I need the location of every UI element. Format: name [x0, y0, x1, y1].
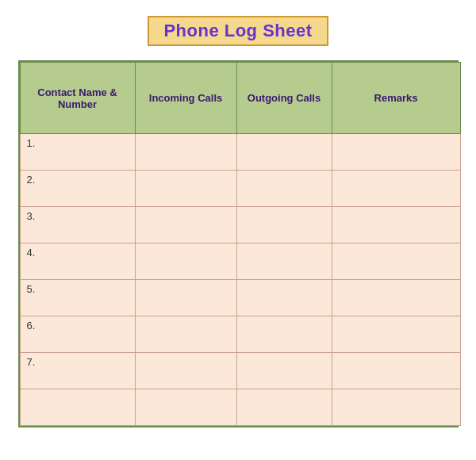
row-cell[interactable]	[135, 353, 236, 389]
row-cell[interactable]	[332, 280, 460, 316]
row-cell[interactable]	[236, 243, 332, 280]
row-cell[interactable]	[236, 134, 332, 171]
row-label	[20, 389, 135, 426]
page-title: Phone Log Sheet	[148, 16, 328, 46]
table-row: 6.	[20, 316, 460, 353]
row-cell[interactable]	[332, 134, 460, 171]
row-cell[interactable]	[135, 316, 236, 353]
table-row: 1.	[20, 134, 460, 171]
row-label: 6.	[20, 316, 135, 353]
row-cell[interactable]	[135, 389, 236, 426]
row-cell[interactable]	[332, 353, 460, 389]
row-label: 7.	[20, 353, 135, 389]
row-cell[interactable]	[135, 207, 236, 243]
row-cell[interactable]	[236, 171, 332, 207]
table-row	[20, 389, 460, 426]
phone-log-table: Contact Name &Number Incoming Calls Outg…	[20, 62, 461, 426]
row-cell[interactable]	[332, 316, 460, 353]
log-table-wrapper: Contact Name &Number Incoming Calls Outg…	[18, 60, 459, 427]
row-cell[interactable]	[332, 389, 460, 426]
table-row: 2.	[20, 171, 460, 207]
col-header-remarks: Remarks	[332, 63, 460, 134]
table-row: 3.	[20, 207, 460, 243]
row-cell[interactable]	[236, 207, 332, 243]
row-label: 2.	[20, 171, 135, 207]
row-cell[interactable]	[236, 353, 332, 389]
row-cell[interactable]	[135, 280, 236, 316]
row-label: 5.	[20, 280, 135, 316]
col-header-incoming: Incoming Calls	[135, 63, 236, 134]
row-cell[interactable]	[135, 243, 236, 280]
row-cell[interactable]	[236, 280, 332, 316]
col-header-outgoing: Outgoing Calls	[236, 63, 332, 134]
row-cell[interactable]	[332, 171, 460, 207]
row-label: 1.	[20, 134, 135, 171]
row-cell[interactable]	[135, 134, 236, 171]
row-label: 4.	[20, 243, 135, 280]
row-cell[interactable]	[236, 316, 332, 353]
table-row: 5.	[20, 280, 460, 316]
row-cell[interactable]	[135, 171, 236, 207]
row-label: 3.	[20, 207, 135, 243]
row-cell[interactable]	[332, 207, 460, 243]
table-row: 4.	[20, 243, 460, 280]
row-cell[interactable]	[236, 389, 332, 426]
row-cell[interactable]	[332, 243, 460, 280]
col-header-contact: Contact Name &Number	[20, 63, 135, 134]
table-row: 7.	[20, 353, 460, 389]
